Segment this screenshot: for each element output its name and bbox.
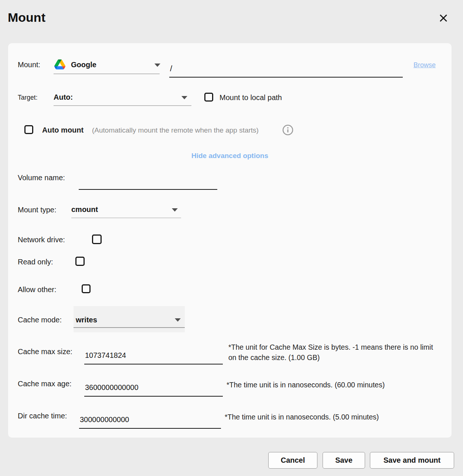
mount-type-label: Mount type: bbox=[18, 206, 57, 214]
mount-label: Mount: bbox=[18, 61, 40, 69]
mount-to-local-path-label: Mount to local path bbox=[219, 93, 282, 102]
mount-to-local-path-checkbox[interactable] bbox=[204, 93, 213, 102]
close-icon bbox=[438, 13, 449, 23]
save-button[interactable]: Save bbox=[323, 452, 365, 469]
volume-name-label: Volume name: bbox=[18, 174, 65, 182]
cancel-button[interactable]: Cancel bbox=[268, 452, 317, 469]
chevron-down-icon bbox=[175, 318, 181, 322]
chevron-down-icon bbox=[172, 208, 178, 212]
allow-other-label: Allow other: bbox=[18, 285, 57, 294]
browse-link[interactable]: Browse bbox=[413, 61, 436, 69]
auto-mount-checkbox[interactable] bbox=[24, 125, 33, 134]
cache-mode-label: Cache mode: bbox=[18, 316, 62, 324]
cache-mode-select-value: writes bbox=[76, 316, 97, 324]
auto-mount-hint: (Automatically mount the remote when the… bbox=[92, 126, 259, 134]
hide-advanced-options-link[interactable]: Hide advanced options bbox=[8, 152, 452, 160]
network-drive-label: Network drive: bbox=[18, 236, 65, 244]
target-label: Target: bbox=[18, 94, 38, 102]
google-drive-icon bbox=[54, 59, 65, 71]
dir-cache-time-note: *The time unit is in nanoseconds. (5.00 … bbox=[225, 412, 439, 422]
dir-cache-time-label: Dir cache time: bbox=[18, 412, 67, 420]
cache-max-size-input[interactable] bbox=[84, 347, 223, 364]
chevron-down-icon bbox=[154, 64, 160, 67]
read-only-label: Read only: bbox=[18, 258, 53, 266]
target-select[interactable]: Auto: bbox=[54, 92, 191, 106]
info-icon[interactable] bbox=[282, 124, 293, 136]
cache-max-age-label: Cache max age: bbox=[18, 380, 72, 388]
allow-other-checkbox[interactable] bbox=[82, 284, 91, 293]
auto-mount-label: Auto mount bbox=[42, 126, 84, 134]
save-and-mount-button[interactable]: Save and mount bbox=[370, 452, 454, 469]
remote-select[interactable]: Google bbox=[54, 58, 160, 75]
remote-select-underline bbox=[54, 73, 160, 74]
target-select-underline bbox=[54, 105, 191, 106]
mount-type-underline bbox=[71, 218, 181, 218]
target-select-value: Auto: bbox=[54, 93, 73, 102]
read-only-checkbox[interactable] bbox=[75, 257, 85, 266]
cache-max-age-note: *The time unit is in nanoseconds. (60.00… bbox=[227, 380, 441, 390]
chevron-down-icon bbox=[181, 96, 187, 99]
cache-max-age-input[interactable] bbox=[84, 379, 223, 397]
cache-max-size-label: Cache max size: bbox=[18, 347, 72, 356]
cache-max-size-note: *The unit for Cache Max Size is bytes. -… bbox=[228, 342, 434, 363]
mount-path-input[interactable] bbox=[169, 61, 403, 78]
mount-type-select[interactable]: cmount bbox=[71, 204, 181, 219]
cache-mode-underline bbox=[74, 327, 185, 328]
network-drive-checkbox[interactable] bbox=[92, 234, 102, 244]
close-button[interactable] bbox=[438, 13, 449, 23]
cache-mode-select[interactable]: writes bbox=[74, 306, 185, 332]
dir-cache-time-input[interactable] bbox=[79, 411, 221, 429]
dialog-title: Mount bbox=[8, 10, 45, 25]
remote-select-value: Google bbox=[71, 61, 96, 69]
volume-name-input[interactable] bbox=[79, 174, 217, 190]
mount-type-select-value: cmount bbox=[71, 205, 98, 214]
